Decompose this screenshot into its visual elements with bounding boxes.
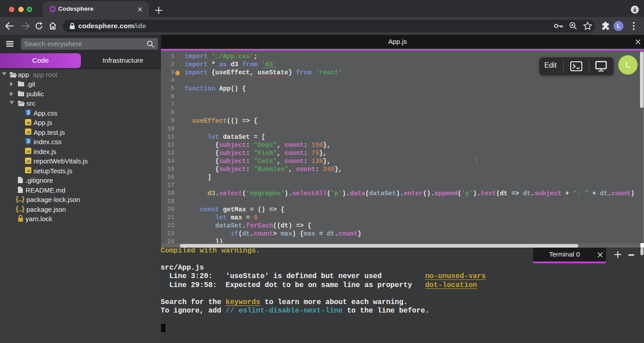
- svg-text:JS: JS: [26, 150, 30, 154]
- svg-text:JS: JS: [26, 121, 30, 125]
- svg-text:JS: JS: [26, 169, 30, 173]
- svg-text:JS: JS: [26, 159, 30, 163]
- svg-text:3: 3: [27, 138, 30, 144]
- svg-text:3: 3: [27, 110, 30, 115]
- svg-text:JS: JS: [26, 130, 30, 134]
